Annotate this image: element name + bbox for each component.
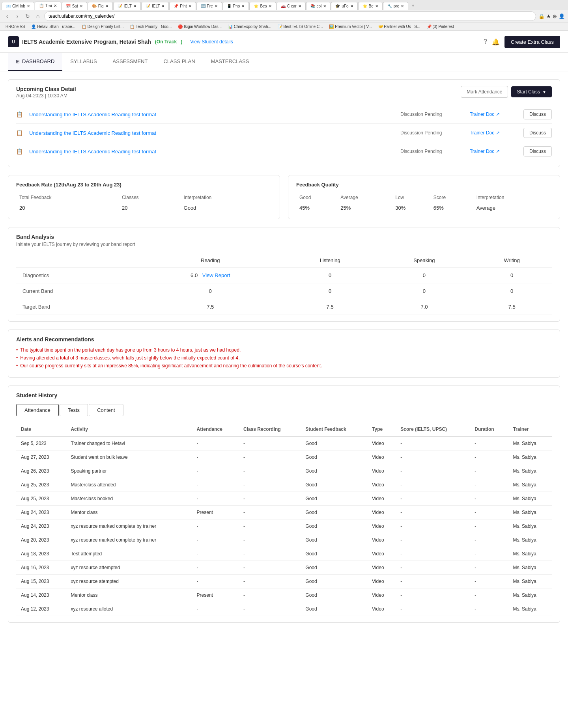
history-row-11: Aug 14, 2023 Mentor class Present - Good… bbox=[16, 588, 552, 602]
mark-attendance-button[interactable]: Mark Attendance bbox=[461, 86, 508, 98]
class-item-status-0: Discussion Pending bbox=[400, 112, 463, 117]
row-type-3: Video bbox=[367, 478, 396, 492]
bookmark-hetavi[interactable]: 👤 Hetavi Shah - ufabe... bbox=[29, 24, 78, 30]
row-score-10: - bbox=[396, 575, 470, 588]
row-recording-3: - bbox=[239, 478, 301, 492]
browser-tab-fre[interactable]: 🆓 Fre ✕ bbox=[196, 2, 222, 10]
on-track-label: On Track bbox=[157, 39, 177, 45]
bell-button[interactable]: 🔔 bbox=[492, 38, 500, 46]
row-activity-9: xyz resource attempted bbox=[66, 561, 192, 575]
fq-col-2: Average bbox=[337, 193, 392, 203]
nav-dashboard-label: DASHBOARD bbox=[22, 58, 54, 64]
class-item-doc-2[interactable]: Trainer Doc ↗ bbox=[470, 149, 517, 154]
row-activity-0: Trainer changed to Hetavi bbox=[66, 436, 192, 451]
row-activity-1: Student went on bulk leave bbox=[66, 451, 192, 464]
nav-masterclass[interactable]: MASTERCLASS bbox=[203, 53, 257, 71]
row-type-6: Video bbox=[367, 519, 396, 533]
browser-tab-pint[interactable]: 📌 Pint ✕ bbox=[169, 2, 196, 10]
feedback-quality-table: Good Average Low Score Interpretation 45… bbox=[296, 193, 552, 212]
row-trainer-2: Ms. Sabiya bbox=[508, 464, 552, 478]
feedback-rate-val-2: 20 bbox=[119, 203, 181, 212]
browser-tab-teach[interactable]: 📋 Trai ✕ bbox=[35, 2, 61, 10]
row-recording-10: - bbox=[239, 575, 301, 588]
home-button[interactable]: ⌂ bbox=[34, 12, 42, 20]
browser-tab-be[interactable]: ⭐ Be ✕ bbox=[358, 2, 383, 10]
nav-assessment-label: ASSESSMENT bbox=[113, 58, 148, 64]
bookmark-chartexpo[interactable]: 📊 ChartExpo by Shah... bbox=[226, 24, 274, 30]
class-item-title-0[interactable]: Understanding the IELTS Academic Reading… bbox=[29, 112, 394, 117]
nav-assessment[interactable]: ASSESSMENT bbox=[105, 53, 156, 71]
browser-tab-col[interactable]: 📚 col ✕ bbox=[306, 2, 331, 10]
class-item-status-2: Discussion Pending bbox=[400, 149, 463, 154]
browser-tab-sat[interactable]: 📅 Sat ✕ bbox=[62, 2, 87, 10]
band-current-reading: 0 bbox=[137, 283, 284, 299]
header-right: ? 🔔 Create Extra Class bbox=[484, 36, 560, 48]
row-attendance-9: - bbox=[192, 561, 239, 575]
refresh-button[interactable]: ↻ bbox=[24, 12, 32, 20]
bookmark-ikigai[interactable]: 🔴 Ikigai Workflow Das... bbox=[176, 24, 224, 30]
create-class-button[interactable]: Create Extra Class bbox=[504, 36, 560, 48]
view-report-link[interactable]: View Report bbox=[202, 272, 230, 278]
row-trainer-11: Ms. Sabiya bbox=[508, 588, 552, 602]
class-item-title-2[interactable]: Understanding the IELTS Academic Reading… bbox=[29, 149, 394, 155]
row-recording-12: - bbox=[239, 602, 301, 616]
row-duration-7: - bbox=[470, 533, 508, 547]
browser-tab-gmail[interactable]: 📧 GM Inb ✕ bbox=[2, 2, 34, 10]
nav-dashboard[interactable]: ⊞ DASHBOARD bbox=[8, 53, 62, 71]
row-date-12: Aug 12, 2023 bbox=[16, 602, 66, 616]
history-title: Student History bbox=[16, 392, 552, 398]
url-bar[interactable] bbox=[44, 11, 536, 21]
discuss-button-0[interactable]: Discuss bbox=[523, 109, 552, 119]
view-student-link[interactable]: View Student details bbox=[190, 39, 233, 45]
forward-button[interactable]: › bbox=[13, 12, 21, 20]
history-col-recording: Class Recording bbox=[239, 423, 301, 436]
browser-tab-ccar[interactable]: 🚗 C car ✕ bbox=[277, 2, 306, 10]
tab-content[interactable]: Content bbox=[89, 404, 123, 416]
row-attendance-5: Present bbox=[192, 506, 239, 519]
help-button[interactable]: ? bbox=[484, 38, 487, 45]
row-type-5: Video bbox=[367, 506, 396, 519]
bookmark-hrone[interactable]: HROne VS bbox=[3, 24, 27, 30]
row-feedback-6: Good bbox=[301, 519, 367, 533]
row-duration-6: - bbox=[470, 519, 508, 533]
bookmark-tech[interactable]: 📋 Tech Priority - Goo... bbox=[127, 24, 174, 30]
browser-tab-pro[interactable]: 🔧 pro ✕ bbox=[383, 2, 408, 10]
alert-bullet-1: • bbox=[16, 355, 18, 361]
band-diagnostics-writing: 0 bbox=[472, 268, 552, 283]
class-item-doc-1[interactable]: Trainer Doc ↗ bbox=[470, 130, 517, 136]
browser-tab-ielt1[interactable]: 📝 IELT ✕ bbox=[113, 2, 141, 10]
browser-tab-bes[interactable]: ⭐ Bes ✕ bbox=[249, 2, 276, 10]
row-feedback-9: Good bbox=[301, 561, 367, 575]
nav-class-plan[interactable]: CLASS PLAN bbox=[155, 53, 203, 71]
row-date-10: Aug 15, 2023 bbox=[16, 575, 66, 588]
bookmark-ielts[interactable]: 📝 Best IELTS Online C... bbox=[275, 24, 325, 30]
tab-attendance[interactable]: Attendance bbox=[16, 404, 59, 416]
back-button[interactable]: ‹ bbox=[3, 12, 11, 20]
bookmark-pinterest[interactable]: 📌 (3) Pinterest bbox=[424, 24, 456, 30]
row-date-6: Aug 24, 2023 bbox=[16, 519, 66, 533]
row-recording-6: - bbox=[239, 519, 301, 533]
row-duration-12: - bbox=[470, 602, 508, 616]
row-score-0: - bbox=[396, 436, 470, 451]
discuss-button-1[interactable]: Discuss bbox=[523, 128, 552, 138]
bookmark-design[interactable]: 📋 Design Priority List... bbox=[79, 24, 126, 30]
bookmark-partner[interactable]: 🤝 Partner with Us - S... bbox=[376, 24, 423, 30]
bookmark-premium[interactable]: 🖼️ Premium Vector | V... bbox=[327, 24, 374, 30]
browser-tab-ufo[interactable]: 🎓 uFo ✕ bbox=[331, 2, 357, 10]
start-class-button[interactable]: Start Class ▼ bbox=[511, 86, 552, 97]
row-score-6: - bbox=[396, 519, 470, 533]
row-recording-2: - bbox=[239, 464, 301, 478]
discuss-button-2[interactable]: Discuss bbox=[523, 146, 552, 156]
browser-tab-fig[interactable]: 🎨 Fig ✕ bbox=[88, 2, 113, 10]
browser-tab-more[interactable]: + bbox=[409, 2, 417, 9]
class-item-title-1[interactable]: Understanding the IELTS Academic Reading… bbox=[29, 130, 394, 136]
class-item-doc-0[interactable]: Trainer Doc ↗ bbox=[470, 112, 517, 117]
browser-tab-pho[interactable]: 📱 Pho ✕ bbox=[222, 2, 249, 10]
fq-col-4: Score bbox=[430, 193, 473, 203]
app-logo: U bbox=[8, 36, 19, 47]
tab-tests[interactable]: Tests bbox=[60, 404, 88, 416]
browser-tab-ielt2[interactable]: 📝 IELT ✕ bbox=[141, 2, 169, 10]
nav-syllabus[interactable]: SYLLABUS bbox=[62, 53, 105, 71]
row-date-11: Aug 14, 2023 bbox=[16, 588, 66, 602]
row-trainer-5: Ms. Sabiya bbox=[508, 506, 552, 519]
